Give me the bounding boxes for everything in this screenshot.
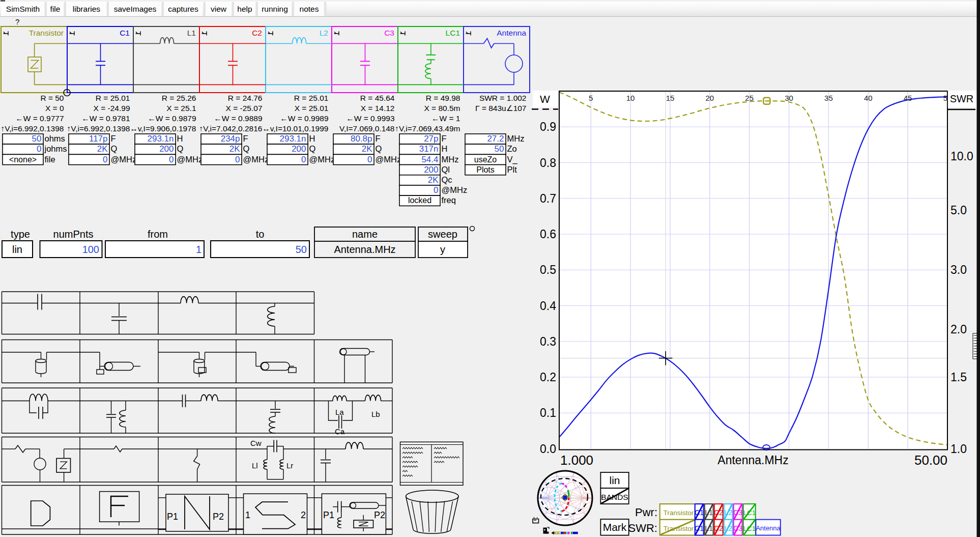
svg-text:X = 80.5m: X = 80.5m [424, 104, 460, 112]
svg-text:H: H [442, 144, 448, 153]
svg-text:Lr: Lr [286, 461, 293, 470]
svg-text:C1: C1 [120, 29, 130, 37]
svg-text:←W = 0.9889: ←W = 0.9889 [214, 114, 262, 123]
svg-text:←W = 0.9879: ←W = 0.9879 [148, 114, 196, 123]
svg-text:1.5: 1.5 [950, 371, 967, 384]
svg-text:R = 50: R = 50 [40, 94, 64, 102]
svg-text:johms: johms [44, 144, 67, 153]
svg-text:50: 50 [495, 144, 504, 154]
svg-text:0.9: 0.9 [540, 120, 556, 133]
svg-text:↔v,I=10.01,0.1999: ↔v,I=10.01,0.1999 [262, 124, 328, 133]
svg-text:40: 40 [864, 94, 873, 102]
svg-text:saveImages: saveImages [114, 5, 157, 13]
svg-text:0.1: 0.1 [540, 406, 556, 419]
svg-text:V_: V_ [507, 155, 518, 164]
svg-text:1: 1 [196, 244, 201, 255]
svg-text:0.2: 0.2 [540, 371, 556, 384]
svg-text:H: H [177, 134, 183, 143]
svg-text:name: name [352, 229, 378, 240]
svg-text:MHz: MHz [442, 155, 459, 164]
svg-text:Ql: Ql [442, 165, 450, 174]
svg-text:C2: C2 [252, 29, 262, 37]
svg-text:2K: 2K [362, 144, 372, 154]
svg-text:X = 25.01: X = 25.01 [295, 104, 329, 112]
svg-text:C2: C2 [714, 508, 723, 517]
svg-text:Qc: Qc [442, 175, 452, 184]
svg-text:293.1n: 293.1n [280, 134, 306, 144]
svg-text:R = 25.01: R = 25.01 [96, 94, 130, 102]
svg-text:35: 35 [824, 94, 833, 102]
svg-text:libraries: libraries [73, 5, 101, 13]
svg-text:←W = 0.9781: ←W = 0.9781 [81, 114, 130, 123]
svg-text:X = 25.1: X = 25.1 [166, 104, 196, 112]
svg-text:Antenna.MHz: Antenna.MHz [334, 244, 395, 255]
svg-text:0: 0 [434, 185, 438, 195]
svg-text:SWR = 1.002: SWR = 1.002 [479, 94, 527, 102]
svg-text:F: F [243, 134, 248, 143]
svg-text:@MHz: @MHz [177, 155, 203, 164]
svg-text:Antenna: Antenna [497, 29, 526, 37]
svg-text:80.8p: 80.8p [351, 134, 372, 144]
svg-text:3.0: 3.0 [950, 263, 967, 276]
svg-text:running: running [262, 5, 288, 13]
svg-text:C3: C3 [733, 508, 742, 517]
svg-text:C2: C2 [714, 524, 723, 532]
svg-text:L1: L1 [187, 29, 196, 37]
svg-text:Plt: Plt [507, 165, 517, 174]
svg-text:↑V,i=6.992,0.1398: ↑V,i=6.992,0.1398 [67, 124, 130, 133]
svg-text:10.0: 10.0 [950, 150, 973, 163]
svg-text:V,I=7.069,0.148: V,I=7.069,0.148 [339, 124, 394, 133]
svg-text:@MHz: @MHz [442, 185, 468, 194]
svg-text:5.0: 5.0 [950, 204, 967, 217]
svg-text:P2: P2 [374, 510, 385, 520]
svg-text:27.2: 27.2 [487, 134, 504, 144]
svg-text:L1: L1 [705, 508, 713, 517]
svg-text:ohms: ohms [45, 134, 65, 143]
svg-text:C1: C1 [695, 508, 704, 517]
svg-text:100: 100 [82, 244, 99, 255]
svg-text:BANDS: BANDS [601, 493, 628, 501]
svg-text:200: 200 [159, 144, 174, 154]
svg-text:2K: 2K [428, 175, 439, 185]
svg-text:W: W [540, 93, 550, 105]
svg-text:LC1: LC1 [743, 509, 756, 517]
svg-text:P2: P2 [213, 512, 224, 522]
svg-text:0.4: 0.4 [540, 299, 556, 313]
svg-text:↔v,I=9.906,0.1978: ↔v,I=9.906,0.1978 [130, 124, 196, 133]
svg-text:2: 2 [301, 510, 306, 520]
svg-text:LC1: LC1 [743, 525, 756, 532]
svg-text:@MHz: @MHz [243, 155, 269, 164]
svg-text:2.0: 2.0 [950, 323, 967, 336]
svg-text:C3: C3 [384, 29, 394, 37]
svg-text:0: 0 [169, 155, 174, 164]
svg-text:Antenna.MHz: Antenna.MHz [717, 454, 788, 467]
svg-text:freq: freq [442, 195, 456, 205]
svg-text:Plots: Plots [476, 165, 495, 174]
svg-text:y: y [440, 244, 445, 255]
svg-text:L1: L1 [705, 524, 713, 532]
svg-text:La: La [335, 408, 344, 416]
svg-text:to: to [256, 229, 265, 240]
svg-text:0: 0 [367, 155, 372, 164]
svg-text:captures: captures [168, 5, 198, 13]
svg-text:F: F [442, 134, 447, 143]
svg-text:notes: notes [300, 5, 319, 13]
svg-text:317n: 317n [419, 144, 439, 154]
svg-text:Ll: Ll [252, 461, 258, 470]
svg-text:50: 50 [296, 244, 307, 255]
svg-text:L2: L2 [724, 508, 732, 517]
svg-text:file: file [45, 155, 55, 164]
svg-text:Q: Q [177, 144, 184, 153]
svg-text:10: 10 [626, 94, 635, 102]
svg-text:Q: Q [376, 144, 382, 153]
svg-text:↑V,i=7.042,0.2816: ↑V,i=7.042,0.2816 [199, 124, 263, 133]
svg-text:Γ = 843u∠107: Γ = 843u∠107 [475, 104, 526, 112]
svg-text:H: H [309, 134, 315, 143]
svg-text:lin: lin [12, 244, 22, 255]
svg-text:SWR: SWR [950, 93, 974, 104]
svg-text:←W = 1: ←W = 1 [431, 114, 460, 123]
svg-text:MHz: MHz [507, 134, 525, 143]
svg-text:Q: Q [309, 144, 316, 153]
svg-text:0: 0 [37, 144, 41, 154]
svg-text:5: 5 [589, 94, 593, 102]
